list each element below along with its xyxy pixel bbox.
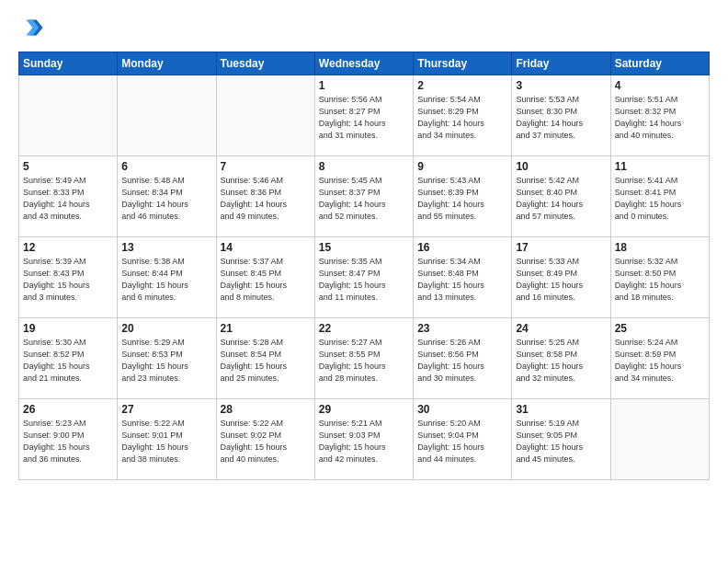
day-number: 24 [516,322,606,335]
page: SundayMondayTuesdayWednesdayThursdayFrid… [0,0,728,489]
cell-content: Sunrise: 5:24 AMSunset: 8:59 PMDaylight:… [615,337,705,385]
cell-content: Sunrise: 5:34 AMSunset: 8:48 PMDaylight:… [417,256,507,304]
day-number: 23 [417,322,507,335]
cell-content: Sunrise: 5:32 AMSunset: 8:50 PMDaylight:… [615,256,705,304]
calendar-cell: 8Sunrise: 5:45 AMSunset: 8:37 PMDaylight… [314,156,413,237]
day-number: 6 [121,160,211,173]
calendar-week-row: 1Sunrise: 5:56 AMSunset: 8:27 PMDaylight… [19,75,710,156]
cell-content: Sunrise: 5:21 AMSunset: 9:03 PMDaylight:… [319,418,409,465]
cell-content: Sunrise: 5:37 AMSunset: 8:45 PMDaylight:… [221,256,311,304]
day-of-week-header: Thursday [414,52,512,75]
day-of-week-header: Wednesday [314,52,413,75]
calendar-cell [118,75,216,156]
day-number: 10 [516,160,606,173]
day-of-week-header: Tuesday [216,52,314,75]
calendar-cell: 30Sunrise: 5:20 AMSunset: 9:04 PMDayligh… [414,399,512,480]
calendar-cell: 24Sunrise: 5:25 AMSunset: 8:58 PMDayligh… [512,318,610,399]
calendar-cell: 19Sunrise: 5:30 AMSunset: 8:52 PMDayligh… [19,318,118,399]
calendar-cell: 1Sunrise: 5:56 AMSunset: 8:27 PMDaylight… [314,75,413,156]
day-number: 8 [319,160,409,173]
day-number: 20 [121,322,211,335]
cell-content: Sunrise: 5:20 AMSunset: 9:04 PMDaylight:… [417,418,507,465]
day-number: 3 [516,79,606,92]
calendar-cell: 28Sunrise: 5:22 AMSunset: 9:02 PMDayligh… [216,399,314,480]
day-of-week-header: Saturday [610,52,709,75]
day-number: 21 [221,322,311,335]
cell-content: Sunrise: 5:28 AMSunset: 8:54 PMDaylight:… [221,337,311,385]
calendar-cell: 26Sunrise: 5:23 AMSunset: 9:00 PMDayligh… [19,399,118,480]
cell-content: Sunrise: 5:22 AMSunset: 9:02 PMDaylight:… [221,418,311,465]
calendar-cell: 5Sunrise: 5:49 AMSunset: 8:33 PMDaylight… [19,156,118,237]
cell-content: Sunrise: 5:29 AMSunset: 8:53 PMDaylight:… [121,337,211,385]
calendar-week-row: 12Sunrise: 5:39 AMSunset: 8:43 PMDayligh… [19,237,710,318]
calendar-cell: 13Sunrise: 5:38 AMSunset: 8:44 PMDayligh… [118,237,216,318]
day-number: 2 [417,79,507,92]
day-number: 4 [615,79,705,92]
cell-content: Sunrise: 5:25 AMSunset: 8:58 PMDaylight:… [516,337,606,385]
day-number: 22 [319,322,409,335]
calendar-cell: 25Sunrise: 5:24 AMSunset: 8:59 PMDayligh… [610,318,709,399]
day-of-week-header: Sunday [19,52,118,75]
calendar-cell: 21Sunrise: 5:28 AMSunset: 8:54 PMDayligh… [216,318,314,399]
calendar-cell [19,75,118,156]
calendar-cell: 27Sunrise: 5:22 AMSunset: 9:01 PMDayligh… [118,399,216,480]
calendar-cell [216,75,314,156]
day-of-week-header: Monday [118,52,216,75]
day-number: 9 [417,160,507,173]
calendar-cell: 29Sunrise: 5:21 AMSunset: 9:03 PMDayligh… [314,399,413,480]
calendar-cell: 4Sunrise: 5:51 AMSunset: 8:32 PMDaylight… [610,75,709,156]
day-number: 5 [23,160,113,173]
day-number: 29 [319,403,409,416]
calendar-cell: 9Sunrise: 5:43 AMSunset: 8:39 PMDaylight… [414,156,512,237]
calendar-cell: 6Sunrise: 5:48 AMSunset: 8:34 PMDaylight… [118,156,216,237]
day-number: 18 [615,241,705,254]
day-number: 13 [121,241,211,254]
cell-content: Sunrise: 5:33 AMSunset: 8:49 PMDaylight:… [516,256,606,304]
day-number: 7 [221,160,311,173]
day-number: 1 [319,79,409,92]
calendar-cell: 18Sunrise: 5:32 AMSunset: 8:50 PMDayligh… [610,237,709,318]
day-number: 25 [615,322,705,335]
calendar-cell: 14Sunrise: 5:37 AMSunset: 8:45 PMDayligh… [216,237,314,318]
calendar-cell: 20Sunrise: 5:29 AMSunset: 8:53 PMDayligh… [118,318,216,399]
calendar-cell: 11Sunrise: 5:41 AMSunset: 8:41 PMDayligh… [610,156,709,237]
cell-content: Sunrise: 5:26 AMSunset: 8:56 PMDaylight:… [417,337,507,385]
day-number: 30 [417,403,507,416]
cell-content: Sunrise: 5:43 AMSunset: 8:39 PMDaylight:… [417,175,507,223]
cell-content: Sunrise: 5:46 AMSunset: 8:36 PMDaylight:… [221,175,311,223]
cell-content: Sunrise: 5:27 AMSunset: 8:55 PMDaylight:… [319,337,409,385]
calendar-header-row: SundayMondayTuesdayWednesdayThursdayFrid… [19,52,710,75]
header [18,15,710,40]
calendar-week-row: 5Sunrise: 5:49 AMSunset: 8:33 PMDaylight… [19,156,710,237]
calendar-cell: 23Sunrise: 5:26 AMSunset: 8:56 PMDayligh… [414,318,512,399]
day-number: 31 [516,403,606,416]
calendar: SundayMondayTuesdayWednesdayThursdayFrid… [18,52,710,480]
cell-content: Sunrise: 5:41 AMSunset: 8:41 PMDaylight:… [615,175,705,223]
cell-content: Sunrise: 5:49 AMSunset: 8:33 PMDaylight:… [23,175,113,223]
calendar-cell [610,399,709,480]
day-number: 28 [221,403,311,416]
day-number: 15 [319,241,409,254]
cell-content: Sunrise: 5:19 AMSunset: 9:05 PMDaylight:… [516,418,606,465]
day-number: 12 [23,241,113,254]
cell-content: Sunrise: 5:51 AMSunset: 8:32 PMDaylight:… [615,94,705,142]
calendar-cell: 2Sunrise: 5:54 AMSunset: 8:29 PMDaylight… [414,75,512,156]
cell-content: Sunrise: 5:35 AMSunset: 8:47 PMDaylight:… [319,256,409,304]
cell-content: Sunrise: 5:39 AMSunset: 8:43 PMDaylight:… [23,256,113,304]
cell-content: Sunrise: 5:56 AMSunset: 8:27 PMDaylight:… [319,94,409,142]
calendar-cell: 7Sunrise: 5:46 AMSunset: 8:36 PMDaylight… [216,156,314,237]
calendar-cell: 10Sunrise: 5:42 AMSunset: 8:40 PMDayligh… [512,156,610,237]
cell-content: Sunrise: 5:48 AMSunset: 8:34 PMDaylight:… [121,175,211,223]
day-of-week-header: Friday [512,52,610,75]
calendar-cell: 3Sunrise: 5:53 AMSunset: 8:30 PMDaylight… [512,75,610,156]
calendar-week-row: 26Sunrise: 5:23 AMSunset: 9:00 PMDayligh… [19,399,710,480]
calendar-week-row: 19Sunrise: 5:30 AMSunset: 8:52 PMDayligh… [19,318,710,399]
day-number: 14 [221,241,311,254]
cell-content: Sunrise: 5:30 AMSunset: 8:52 PMDaylight:… [23,337,113,385]
cell-content: Sunrise: 5:54 AMSunset: 8:29 PMDaylight:… [417,94,507,142]
cell-content: Sunrise: 5:23 AMSunset: 9:00 PMDaylight:… [23,418,113,465]
calendar-cell: 15Sunrise: 5:35 AMSunset: 8:47 PMDayligh… [314,237,413,318]
day-number: 27 [121,403,211,416]
calendar-cell: 17Sunrise: 5:33 AMSunset: 8:49 PMDayligh… [512,237,610,318]
day-number: 26 [23,403,113,416]
